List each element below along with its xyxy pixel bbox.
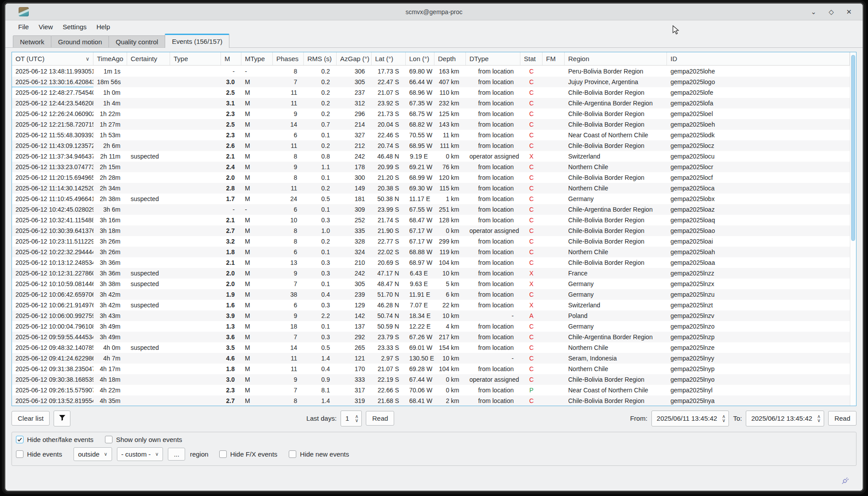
table-row[interactable]: 2025-06-12 10:30:39.6413763h 18m2.7M81.0… (12, 225, 850, 236)
column-header-phases[interactable]: Phases (273, 52, 304, 65)
table-row[interactable]: 2025-06-12 10:42:45.0280293h 6m--60.1309… (12, 204, 850, 215)
spinner-arrows-icon[interactable]: ∧∨ (721, 415, 728, 422)
read-last-days-button[interactable]: Read (366, 411, 394, 426)
column-header-depth[interactable]: Depth (434, 52, 466, 65)
hide-fx-events-checkbox[interactable]: Hide F/X events (219, 450, 278, 458)
minimize-button[interactable]: ⌄ (810, 8, 818, 16)
cell-fm (542, 321, 565, 332)
cell-region: Northern Chile (565, 183, 667, 194)
table-row[interactable]: 2025-06-12 11:10:45.4966412h 38msuspecte… (12, 194, 850, 204)
table-row[interactable]: 2025-06-12 09:48:32.1407854h 0msuspected… (12, 342, 850, 353)
column-header-lat[interactable]: Lat (°) (372, 52, 406, 65)
tab-ground-motion[interactable]: Ground motion (51, 35, 109, 47)
to-datetime-field[interactable]: 2025/06/12 13:45:42 ∧∨ (746, 411, 824, 426)
table-row[interactable]: 2025-06-12 11:20:15.6949652h 28m2.0M80.1… (12, 172, 850, 183)
filter-button[interactable] (54, 411, 70, 426)
menu-view[interactable]: View (34, 20, 58, 33)
table-row[interactable]: 2025-06-12 09:31:38.2350474h 17m1.8M110.… (12, 364, 850, 374)
menu-help[interactable]: Help (92, 20, 115, 33)
tab-events[interactable]: Events (156/157) (165, 34, 229, 48)
tab-quality-control[interactable]: Quality control (108, 35, 165, 47)
cell-m: 1.9 (221, 289, 241, 300)
spinner-arrows-icon[interactable]: ∧∨ (816, 415, 824, 422)
tab-network[interactable]: Network (13, 35, 51, 47)
region-preset-combobox[interactable]: - custom - ∨ (117, 447, 163, 461)
column-header-id[interactable]: ID (667, 52, 850, 65)
table-row[interactable]: 2025-06-12 13:48:11.9930511m 1s--80.2306… (12, 66, 850, 77)
cell-phases: 10 (273, 215, 304, 225)
table-row[interactable]: 2025-06-12 10:32:41.1154883h 16m2.1M100.… (12, 215, 850, 225)
scrollbar-thumb[interactable] (851, 55, 855, 241)
menu-file[interactable]: File (13, 20, 34, 33)
close-button[interactable]: ✕ (845, 8, 853, 16)
table-row[interactable]: 2025-06-12 11:14:30.1425202h 34m2.8M110.… (12, 183, 850, 194)
cell-lon: 67.35 W (406, 98, 434, 108)
hide-events-checkbox[interactable]: Hide events (16, 450, 62, 458)
table-row[interactable]: 2025-06-12 12:26:24.0609021h 22m2.3M90.2… (12, 108, 850, 119)
column-header-certainty[interactable]: Certainty (127, 52, 170, 65)
from-datetime-field[interactable]: 2025/06/11 13:45:42 ∧∨ (651, 411, 729, 426)
column-header-dtype[interactable]: DType (466, 52, 520, 65)
table-row[interactable]: 2025-06-12 10:10:59.0814463h 38msuspecte… (12, 279, 850, 289)
table-row[interactable]: 2025-06-12 09:26:15.5759074h 22m2.3M78.1… (12, 385, 850, 395)
table-row[interactable]: 2025-06-12 09:41:24.6229864h 7m4.6M111.4… (12, 353, 850, 364)
table-row[interactable]: 2025-06-12 09:13:52.8195544h 35m2.7M81.4… (12, 395, 850, 406)
table-row[interactable]: 2025-06-12 10:06:21.9149763h 42msuspecte… (12, 300, 850, 310)
cell-ot: 2025-06-12 09:13:52.819554 (12, 395, 93, 406)
cell-azgap: 324 (337, 247, 372, 257)
column-header-fm[interactable]: FM (542, 52, 565, 65)
table-row[interactable]: 2025-06-12 10:23:11.5112293h 26m3.2M80.2… (12, 236, 850, 247)
cell-lat: 2.97 S (372, 353, 406, 364)
table-row[interactable]: 2025-06-12 11:33:23.0747732h 15m2.4M91.1… (12, 162, 850, 172)
table-row[interactable]: 2025-06-12 10:06:42.6597063h 42m1.9M380.… (12, 289, 850, 300)
cell-id: gempa2025lofe (667, 87, 850, 98)
column-header-lon[interactable]: Lon (°) (406, 52, 434, 65)
column-header-m[interactable]: M (221, 52, 241, 65)
cell-phases: 9 (273, 162, 304, 172)
table-row[interactable]: 2025-06-12 09:59:55.4445343h 49m3.6M70.3… (12, 332, 850, 342)
table-row[interactable]: 2025-06-12 09:30:38.1685394h 18m3.0M90.9… (12, 374, 850, 385)
table-row[interactable]: 2025-06-12 12:48:27.7545401h 0m2.5M110.2… (12, 87, 850, 98)
hide-new-events-checkbox[interactable]: Hide new events (289, 450, 349, 458)
show-only-own-events-checkbox[interactable]: Show only own events (105, 436, 182, 443)
cell-type (170, 194, 221, 204)
table-row[interactable]: 2025-06-12 13:30:16.42084318m 56s3.0M70.… (12, 77, 850, 87)
cell-stat: C (520, 130, 542, 140)
clear-list-button[interactable]: Clear list (12, 411, 50, 426)
table-row[interactable]: 2025-06-12 12:44:23.5462081h 4m3.1M110.2… (12, 98, 850, 108)
table-row[interactable]: 2025-06-12 10:22:32.2944443h 26m1.8M60.1… (12, 247, 850, 257)
table-row[interactable]: 2025-06-12 12:21:58.7207151h 27m2.5M140.… (12, 119, 850, 130)
table-row[interactable]: 2025-06-12 10:12:31.2278603h 36msuspecte… (12, 268, 850, 279)
cell-type (170, 172, 221, 183)
column-header-ot[interactable]: OT (UTC)∨ (12, 52, 93, 65)
last-days-spinbox[interactable]: 1 ∧∨ (341, 411, 362, 426)
read-range-button[interactable]: Read (828, 411, 856, 426)
column-header-rms[interactable]: RMS (s) (304, 52, 337, 65)
column-header-mtype[interactable]: MType (241, 52, 273, 65)
cell-depth: 119 km (434, 247, 466, 257)
column-header-azgap[interactable]: AzGap (°) (337, 52, 372, 65)
table-row[interactable]: 2025-06-12 10:06:00.9927593h 43m3.9M92.2… (12, 310, 850, 321)
hide-other-fake-events-checkbox[interactable]: Hide other/fake events (16, 436, 93, 443)
column-header-time_ago[interactable]: TimeAgo (93, 52, 127, 65)
cell-lat: 22.02 S (372, 247, 406, 257)
cell-time_ago: 3h 36m (93, 257, 127, 268)
table-row[interactable]: 2025-06-12 10:13:12.2485343h 36m2.1M130.… (12, 257, 850, 268)
vertical-scrollbar[interactable] (850, 52, 856, 406)
column-header-type[interactable]: Type (170, 52, 221, 65)
table-row[interactable]: 2025-06-12 11:37:34.9464372h 11msuspecte… (12, 151, 850, 162)
cell-id: gempa2025lnyp (667, 364, 850, 374)
from-datetime-value: 2025/06/11 13:45:42 (652, 415, 721, 422)
spinner-arrows-icon[interactable]: ∧∨ (353, 415, 361, 422)
column-header-stat[interactable]: Stat (520, 52, 542, 65)
maximize-button[interactable]: ◇ (827, 8, 835, 16)
region-browse-button[interactable]: ... (168, 448, 185, 461)
table-row[interactable]: 2025-06-12 11:55:48.3093931h 53m2.3M60.1… (12, 130, 850, 140)
table-row[interactable]: 2025-06-12 11:43:09.1235722h 6m2.6M110.2… (12, 140, 850, 151)
cell-ot: 2025-06-12 11:43:09.123572 (12, 140, 93, 151)
menu-settings[interactable]: Settings (58, 20, 91, 33)
inside-outside-combobox[interactable]: outside ∨ (74, 447, 112, 461)
cell-stat: A (520, 310, 542, 321)
table-row[interactable]: 2025-06-12 10:00:04.7961083h 49m1.3M180.… (12, 321, 850, 332)
column-header-region[interactable]: Region (565, 52, 667, 65)
